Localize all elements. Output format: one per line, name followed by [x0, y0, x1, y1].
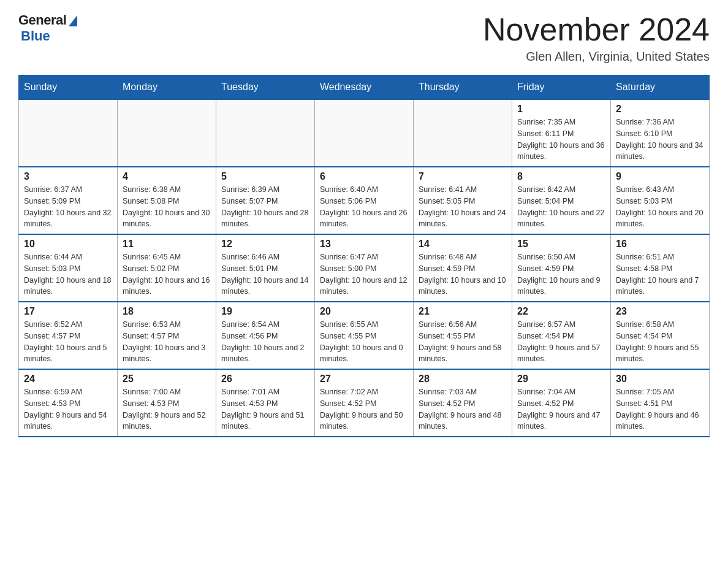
calendar-day-cell: 5Sunrise: 6:39 AMSunset: 5:07 PMDaylight… [216, 167, 315, 234]
day-info: Sunrise: 6:46 AMSunset: 5:01 PMDaylight:… [221, 251, 309, 297]
logo-triangle-icon [69, 15, 77, 26]
location-title: Glen Allen, Virginia, United States [483, 50, 710, 64]
day-info: Sunrise: 6:41 AMSunset: 5:05 PMDaylight:… [419, 184, 507, 230]
calendar-day-cell: 9Sunrise: 6:43 AMSunset: 5:03 PMDaylight… [611, 167, 710, 234]
calendar-table: SundayMondayTuesdayWednesdayThursdayFrid… [18, 75, 710, 437]
day-info: Sunrise: 6:52 AMSunset: 4:57 PMDaylight:… [24, 319, 112, 365]
calendar-day-cell: 8Sunrise: 6:42 AMSunset: 5:04 PMDaylight… [512, 167, 611, 234]
calendar-day-cell [315, 99, 414, 167]
calendar-week-row: 10Sunrise: 6:44 AMSunset: 5:03 PMDayligh… [19, 234, 710, 302]
day-number: 2 [616, 104, 704, 115]
calendar-day-cell: 29Sunrise: 7:04 AMSunset: 4:52 PMDayligh… [512, 369, 611, 437]
day-number: 7 [419, 171, 507, 182]
calendar-day-cell: 15Sunrise: 6:50 AMSunset: 4:59 PMDayligh… [512, 234, 611, 302]
calendar-day-cell: 22Sunrise: 6:57 AMSunset: 4:54 PMDayligh… [512, 302, 611, 369]
day-number: 18 [123, 306, 211, 317]
day-number: 1 [517, 104, 605, 115]
day-info: Sunrise: 6:57 AMSunset: 4:54 PMDaylight:… [517, 319, 605, 365]
calendar-day-cell: 1Sunrise: 7:35 AMSunset: 6:11 PMDaylight… [512, 99, 611, 167]
day-info: Sunrise: 6:37 AMSunset: 5:09 PMDaylight:… [24, 184, 112, 230]
logo-blue-text: Blue [21, 28, 50, 44]
day-number: 3 [24, 171, 112, 182]
day-info: Sunrise: 6:38 AMSunset: 5:08 PMDaylight:… [123, 184, 211, 230]
calendar-day-cell [118, 99, 216, 167]
day-number: 21 [419, 306, 507, 317]
day-number: 22 [517, 306, 605, 317]
day-number: 26 [221, 373, 309, 385]
calendar-day-cell: 23Sunrise: 6:58 AMSunset: 4:54 PMDayligh… [611, 302, 710, 369]
logo-general-text: General [18, 12, 66, 28]
day-info: Sunrise: 6:59 AMSunset: 4:53 PMDaylight:… [24, 386, 112, 432]
calendar-day-cell: 27Sunrise: 7:02 AMSunset: 4:52 PMDayligh… [315, 369, 414, 437]
calendar-day-cell: 10Sunrise: 6:44 AMSunset: 5:03 PMDayligh… [19, 234, 118, 302]
page-header: General Blue November 2024 Glen Allen, V… [18, 12, 710, 64]
day-number: 8 [517, 171, 605, 182]
day-info: Sunrise: 7:04 AMSunset: 4:52 PMDaylight:… [517, 386, 605, 432]
day-info: Sunrise: 6:43 AMSunset: 5:03 PMDaylight:… [616, 184, 704, 230]
day-info: Sunrise: 6:44 AMSunset: 5:03 PMDaylight:… [24, 251, 112, 297]
day-info: Sunrise: 6:48 AMSunset: 4:59 PMDaylight:… [419, 251, 507, 297]
calendar-header-row: SundayMondayTuesdayWednesdayThursdayFrid… [19, 75, 710, 100]
day-info: Sunrise: 6:56 AMSunset: 4:55 PMDaylight:… [419, 319, 507, 365]
day-number: 15 [517, 239, 605, 250]
day-info: Sunrise: 7:02 AMSunset: 4:52 PMDaylight:… [320, 386, 408, 432]
calendar-day-cell: 4Sunrise: 6:38 AMSunset: 5:08 PMDaylight… [118, 167, 216, 234]
day-of-week-header: Friday [512, 75, 611, 100]
day-info: Sunrise: 7:35 AMSunset: 6:11 PMDaylight:… [517, 117, 605, 163]
day-number: 14 [419, 239, 507, 250]
calendar-day-cell: 21Sunrise: 6:56 AMSunset: 4:55 PMDayligh… [414, 302, 512, 369]
day-number: 30 [616, 373, 704, 385]
day-info: Sunrise: 6:45 AMSunset: 5:02 PMDaylight:… [123, 251, 211, 297]
day-number: 25 [123, 373, 211, 385]
day-info: Sunrise: 6:55 AMSunset: 4:55 PMDaylight:… [320, 319, 408, 365]
day-number: 5 [221, 171, 309, 182]
calendar-day-cell: 24Sunrise: 6:59 AMSunset: 4:53 PMDayligh… [19, 369, 118, 437]
calendar-day-cell: 12Sunrise: 6:46 AMSunset: 5:01 PMDayligh… [216, 234, 315, 302]
calendar-day-cell: 13Sunrise: 6:47 AMSunset: 5:00 PMDayligh… [315, 234, 414, 302]
day-info: Sunrise: 7:03 AMSunset: 4:52 PMDaylight:… [419, 386, 507, 432]
calendar-day-cell: 20Sunrise: 6:55 AMSunset: 4:55 PMDayligh… [315, 302, 414, 369]
day-info: Sunrise: 6:54 AMSunset: 4:56 PMDaylight:… [221, 319, 309, 365]
day-of-week-header: Wednesday [315, 75, 414, 100]
day-info: Sunrise: 6:39 AMSunset: 5:07 PMDaylight:… [221, 184, 309, 230]
calendar-day-cell: 30Sunrise: 7:05 AMSunset: 4:51 PMDayligh… [611, 369, 710, 437]
day-of-week-header: Sunday [19, 75, 118, 100]
calendar-week-row: 24Sunrise: 6:59 AMSunset: 4:53 PMDayligh… [19, 369, 710, 437]
calendar-week-row: 3Sunrise: 6:37 AMSunset: 5:09 PMDaylight… [19, 167, 710, 234]
day-info: Sunrise: 7:01 AMSunset: 4:53 PMDaylight:… [221, 386, 309, 432]
day-info: Sunrise: 6:51 AMSunset: 4:58 PMDaylight:… [616, 251, 704, 297]
calendar-day-cell: 2Sunrise: 7:36 AMSunset: 6:10 PMDaylight… [611, 99, 710, 167]
day-number: 12 [221, 239, 309, 250]
calendar-day-cell: 7Sunrise: 6:41 AMSunset: 5:05 PMDaylight… [414, 167, 512, 234]
day-info: Sunrise: 7:36 AMSunset: 6:10 PMDaylight:… [616, 117, 704, 163]
calendar-day-cell: 17Sunrise: 6:52 AMSunset: 4:57 PMDayligh… [19, 302, 118, 369]
day-number: 17 [24, 306, 112, 317]
day-number: 23 [616, 306, 704, 317]
calendar-day-cell: 18Sunrise: 6:53 AMSunset: 4:57 PMDayligh… [118, 302, 216, 369]
day-of-week-header: Monday [118, 75, 216, 100]
day-number: 16 [616, 239, 704, 250]
calendar-day-cell: 28Sunrise: 7:03 AMSunset: 4:52 PMDayligh… [414, 369, 512, 437]
day-info: Sunrise: 7:00 AMSunset: 4:53 PMDaylight:… [123, 386, 211, 432]
day-info: Sunrise: 6:53 AMSunset: 4:57 PMDaylight:… [123, 319, 211, 365]
day-info: Sunrise: 6:58 AMSunset: 4:54 PMDaylight:… [616, 319, 704, 365]
logo: General Blue [18, 12, 77, 44]
day-info: Sunrise: 6:40 AMSunset: 5:06 PMDaylight:… [320, 184, 408, 230]
title-section: November 2024 Glen Allen, Virginia, Unit… [483, 12, 710, 64]
day-number: 6 [320, 171, 408, 182]
day-of-week-header: Saturday [611, 75, 710, 100]
day-number: 27 [320, 373, 408, 385]
day-info: Sunrise: 6:47 AMSunset: 5:00 PMDaylight:… [320, 251, 408, 297]
day-number: 28 [419, 373, 507, 385]
calendar-day-cell: 6Sunrise: 6:40 AMSunset: 5:06 PMDaylight… [315, 167, 414, 234]
calendar-day-cell: 14Sunrise: 6:48 AMSunset: 4:59 PMDayligh… [414, 234, 512, 302]
calendar-day-cell [414, 99, 512, 167]
day-info: Sunrise: 6:50 AMSunset: 4:59 PMDaylight:… [517, 251, 605, 297]
day-number: 13 [320, 239, 408, 250]
day-info: Sunrise: 6:42 AMSunset: 5:04 PMDaylight:… [517, 184, 605, 230]
calendar-day-cell: 26Sunrise: 7:01 AMSunset: 4:53 PMDayligh… [216, 369, 315, 437]
day-number: 19 [221, 306, 309, 317]
calendar-day-cell [19, 99, 118, 167]
calendar-day-cell: 3Sunrise: 6:37 AMSunset: 5:09 PMDaylight… [19, 167, 118, 234]
day-of-week-header: Thursday [414, 75, 512, 100]
